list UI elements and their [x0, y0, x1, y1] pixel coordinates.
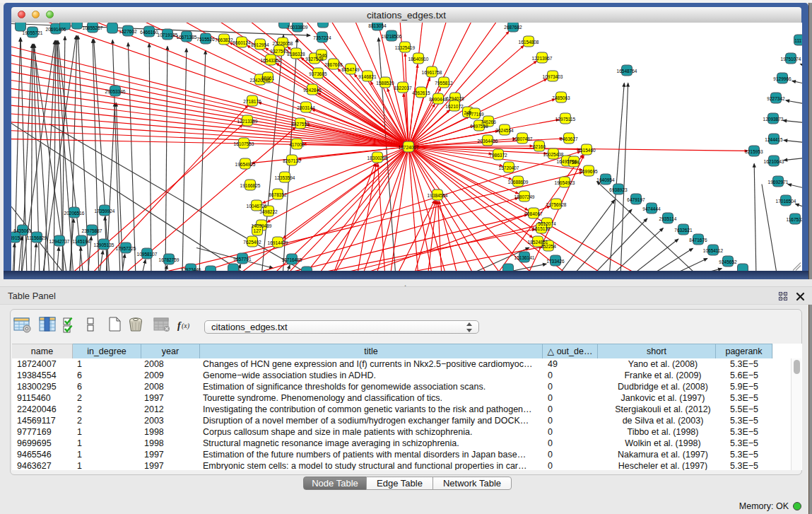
- svg-text:1145194: 1145194: [73, 238, 90, 243]
- svg-text:14099489: 14099489: [252, 223, 272, 228]
- svg-text:15720407: 15720407: [499, 165, 519, 170]
- svg-text:(x): (x): [182, 322, 190, 330]
- svg-text:9242845: 9242845: [303, 87, 322, 92]
- svg-text:2935114: 2935114: [659, 216, 677, 221]
- svg-text:19654923: 19654923: [555, 180, 575, 185]
- svg-text:8678352: 8678352: [269, 192, 287, 197]
- svg-text:7986372: 7986372: [489, 152, 507, 157]
- svg-text:1244415: 1244415: [765, 136, 783, 141]
- svg-text:9084067: 9084067: [524, 211, 543, 216]
- svg-text:16543362: 16543362: [261, 57, 281, 62]
- svg-text:12213389: 12213389: [237, 118, 258, 123]
- svg-text:4262615: 4262615: [412, 90, 430, 95]
- svg-text:9657791: 9657791: [233, 256, 252, 261]
- svg-text:19756928: 19756928: [546, 201, 567, 206]
- svg-text:10688609: 10688609: [508, 179, 529, 184]
- svg-text:10855267: 10855267: [83, 25, 103, 30]
- svg-text:16033809: 16033809: [288, 24, 308, 29]
- svg-text:12213967: 12213967: [532, 55, 553, 60]
- svg-text:11156829: 11156829: [27, 235, 47, 240]
- svg-text:8471676: 8471676: [689, 237, 707, 242]
- svg-text:6435061: 6435061: [13, 228, 32, 233]
- svg-text:1117: 1117: [794, 37, 802, 42]
- svg-text:17016504: 17016504: [776, 198, 796, 203]
- svg-text:20364436: 20364436: [478, 138, 498, 143]
- svg-text:12093873: 12093873: [763, 116, 784, 121]
- svg-text:2867608: 2867608: [324, 62, 343, 66]
- svg-text:23226058: 23226058: [273, 40, 293, 45]
- svg-text:9129966: 9129966: [773, 76, 792, 81]
- svg-text:9245652: 9245652: [719, 259, 737, 264]
- svg-text:1167533: 1167533: [787, 216, 802, 221]
- svg-text:20206516: 20206516: [64, 210, 85, 215]
- svg-text:10807487: 10807487: [512, 136, 533, 141]
- svg-text:5612074: 5612074: [538, 221, 556, 226]
- svg-text:6497568: 6497568: [470, 123, 488, 128]
- svg-text:7584: 7584: [569, 159, 579, 164]
- svg-text:16914479: 16914479: [268, 240, 288, 245]
- svg-text:8186328: 8186328: [287, 51, 305, 56]
- svg-text:20691406: 20691406: [46, 26, 66, 31]
- svg-text:9515460: 9515460: [577, 147, 596, 152]
- svg-text:23975887: 23975887: [82, 228, 102, 233]
- svg-text:9373685: 9373685: [309, 71, 327, 76]
- svg-text:7515526: 7515526: [196, 36, 215, 41]
- svg-text:62160: 62160: [533, 144, 546, 148]
- svg-text:3498222: 3498222: [259, 209, 278, 214]
- svg-text:127: 127: [254, 228, 261, 233]
- svg-text:16961758: 16961758: [422, 69, 442, 74]
- svg-text:10973403: 10973403: [543, 74, 563, 78]
- svg-text:8454749: 8454749: [341, 66, 360, 71]
- svg-text:7485063: 7485063: [552, 95, 570, 100]
- svg-text:1621072: 1621072: [445, 103, 464, 108]
- svg-text:98961: 98961: [261, 75, 274, 80]
- svg-text:16671385: 16671385: [177, 34, 197, 39]
- svg-text:12942737: 12942737: [49, 238, 70, 243]
- svg-text:1615132: 1615132: [532, 226, 551, 230]
- svg-text:9227342: 9227342: [767, 95, 785, 100]
- svg-text:6466160: 6466160: [140, 29, 158, 34]
- svg-text:18300295: 18300295: [367, 155, 388, 160]
- svg-text:1733426: 1733426: [546, 258, 565, 263]
- svg-text:12975115: 12975115: [555, 116, 576, 121]
- svg-text:8215953: 8215953: [745, 148, 763, 153]
- svg-text:10719185: 10719185: [158, 32, 178, 37]
- svg-text:9699695: 9699695: [579, 168, 598, 173]
- svg-text:19751074: 19751074: [781, 56, 801, 61]
- svg-text:10958107: 10958107: [137, 251, 158, 256]
- svg-text:7546: 7546: [317, 52, 327, 57]
- svg-text:18724007: 18724007: [399, 144, 419, 149]
- svg-text:11325419: 11325419: [395, 45, 416, 49]
- svg-text:8660124: 8660124: [233, 40, 251, 45]
- svg-text:8322037: 8322037: [394, 85, 412, 90]
- svg-text:10046726: 10046726: [247, 203, 267, 208]
- svg-text:19166825: 19166825: [240, 182, 261, 187]
- svg-text:8427552: 8427552: [291, 121, 310, 126]
- svg-text:417006: 417006: [289, 141, 305, 146]
- svg-text:7357224: 7357224: [313, 35, 331, 40]
- svg-text:8267130: 8267130: [283, 158, 301, 163]
- svg-text:2803144: 2803144: [297, 105, 315, 110]
- svg-text:19218506: 19218506: [382, 33, 402, 38]
- svg-text:9777169: 9777169: [466, 111, 484, 116]
- svg-text:19654925: 19654925: [235, 161, 256, 166]
- svg-text:18807249: 18807249: [514, 194, 535, 199]
- svg-text:2687682: 2687682: [504, 24, 522, 29]
- svg-text:12905135: 12905135: [94, 242, 114, 247]
- svg-text:1588520: 1588520: [376, 80, 394, 85]
- svg-text:16107553: 16107553: [234, 141, 254, 146]
- svg-text:9474444: 9474444: [642, 206, 661, 211]
- svg-text:7663822: 7663822: [215, 37, 233, 42]
- svg-text:6938923: 6938923: [609, 187, 628, 192]
- svg-text:1640954: 1640954: [596, 177, 615, 182]
- svg-text:10025438: 10025438: [543, 151, 564, 156]
- svg-text:8912954: 8912954: [251, 42, 269, 47]
- svg-text:10654112: 10654112: [703, 247, 724, 252]
- svg-text:9327503: 9327503: [270, 48, 288, 53]
- svg-text:252254: 252254: [541, 243, 556, 248]
- svg-text:3624554: 3624554: [495, 127, 514, 132]
- svg-text:16210643: 16210643: [764, 158, 784, 163]
- svg-text:7955812: 7955812: [435, 80, 453, 85]
- svg-text:12353594: 12353594: [275, 175, 295, 180]
- svg-text:746266: 746266: [481, 119, 496, 124]
